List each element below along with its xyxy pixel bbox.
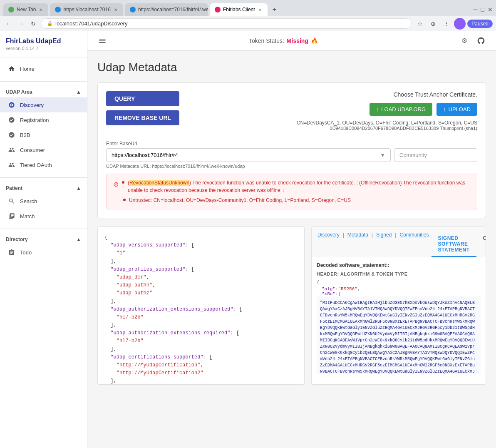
browser-tab-fhirlabs[interactable]: Fhirlabs Client ✕ — [210, 3, 268, 16]
tab-close-2[interactable]: ✕ — [113, 7, 118, 13]
maximize-button[interactable]: □ — [481, 6, 484, 13]
upload-icon: ↑ — [443, 106, 446, 112]
address-bar[interactable]: 🔒 localhost:7041/udapDiscovery — [41, 18, 412, 29]
trust-anchor-row: QUERY REMOVE BASE URL Choose Trust Ancho… — [106, 91, 477, 134]
forward-button[interactable]: → — [16, 19, 26, 29]
browser-tab-fhirr4[interactable]: https://localhost:7016/fhir/r4/.we ✕ — [125, 3, 208, 16]
tab-label-3: https://localhost:7016/fhir/r4/.we — [138, 7, 208, 12]
settings-icon[interactable]: ⋮ — [441, 18, 452, 30]
cert-code-block: "MIIFuDCCA6CgAwIBAgIRAIHjibuZO3E57hBXDsv… — [317, 296, 481, 374]
topbar: Token Status: Missing 🔥 ⚙ — [87, 31, 496, 51]
panel-content: Decoded software_statement:: HEADER: Alg… — [312, 257, 486, 374]
browser-tab-newtab[interactable]: New Tab ✕ — [3, 3, 48, 16]
metadata-url-text: UDAP Metadata URL: https://localhost:701… — [106, 164, 477, 169]
error-box: ⊘ (RevocationStatusUnknown) The revocati… — [106, 174, 477, 209]
discovery-nav-link[interactable]: Discovery — [317, 230, 340, 257]
sidebar-item-todo[interactable]: Todo — [0, 245, 87, 260]
tab-label-newtab: New Tab — [17, 7, 36, 12]
upload-button[interactable]: ↑ UPLOAD — [436, 103, 477, 116]
todo-icon — [7, 248, 16, 256]
github-icon[interactable] — [474, 34, 488, 47]
sidebar-section-udap: UDAP Area ▲ Discovery Registration B2B — [0, 83, 87, 176]
sidebar-item-consumer[interactable]: Consumer — [0, 142, 87, 157]
page-title: Udap Metadata — [97, 61, 486, 74]
sidebar-item-match[interactable]: Match — [0, 209, 87, 224]
directory-section-header[interactable]: Directory ▲ — [0, 234, 87, 245]
load-udap-button[interactable]: ↑ LOAD UDAP.ORG — [370, 103, 432, 116]
cert-thumbprint-value: 0D94189C0094D20670F678D90ABDF8BCE5163309 — [330, 126, 439, 131]
bottom-panels: { "udap_versions_supported": [ "1" ], "u… — [97, 226, 486, 385]
nav-sep-1: | — [342, 230, 345, 257]
tab-label-2: https://localhost:7016 — [63, 7, 110, 12]
directory-collapse-icon: ▲ — [76, 236, 81, 242]
base-url-input[interactable]: https://localhost:7016/fhir/r4 ▼ — [106, 148, 391, 162]
trust-anchor-label: Choose Trust Anchor Certificate. — [297, 91, 477, 98]
settings-gear-icon[interactable]: ⚙ — [458, 34, 471, 47]
sidebar: FhirLabs UdapEd version 0.1.14.7 Home UD… — [0, 31, 87, 448]
main-content: Token Status: Missing 🔥 ⚙ Udap Metadata … — [87, 31, 496, 448]
query-button[interactable]: QUERY — [106, 91, 179, 106]
close-window-button[interactable]: ✕ — [488, 6, 493, 13]
sidebar-item-b2b[interactable]: B2B — [0, 127, 87, 142]
udap-area-collapse-icon: ▲ — [76, 89, 81, 95]
tiered-oauth-icon — [7, 161, 16, 169]
paused-button[interactable]: Paused — [467, 20, 493, 28]
patient-section-header[interactable]: Patient ▲ — [0, 183, 87, 194]
discovery-label: Discovery — [20, 102, 44, 108]
profile-button[interactable] — [454, 18, 466, 30]
extensions-icon[interactable]: ⊕ — [427, 18, 439, 30]
udap-area-header[interactable]: UDAP Area ▲ — [0, 87, 87, 97]
load-udap-label: LOAD UDAP.ORG — [381, 106, 426, 112]
nav-sep-2: | — [371, 230, 374, 257]
sidebar-header: FhirLabs UdapEd version 0.1.14.7 — [0, 31, 87, 58]
sidebar-item-tiered-oauth[interactable]: Tiered OAuth — [0, 157, 87, 172]
query-remove-buttons: QUERY REMOVE BASE URL — [106, 91, 179, 125]
communities-nav-link[interactable]: Communities — [399, 230, 429, 257]
reload-button[interactable]: ↻ — [28, 19, 38, 29]
divider-1 — [0, 81, 87, 82]
tab-certificates[interactable]: CERTIFICATES — [476, 232, 486, 257]
back-button[interactable]: ← — [3, 19, 13, 29]
base-url-row: https://localhost:7016/fhir/r4 ▼ Communi… — [106, 148, 477, 162]
cert-cn-text: CN=DevDaysCA_1, OU=DevDays, O=Fhir Codin… — [297, 120, 477, 126]
directory-label: Directory — [6, 236, 28, 242]
remove-base-url-button[interactable]: REMOVE BASE URL — [106, 110, 179, 125]
tiered-oauth-label: Tiered OAuth — [20, 162, 52, 168]
load-upload-buttons: ↑ LOAD UDAP.ORG ↑ UPLOAD — [297, 103, 477, 116]
community-placeholder: Community — [399, 152, 427, 158]
sidebar-item-discovery[interactable]: Discovery — [0, 97, 87, 112]
error-highlight-text: RevocationStatusUnknown — [129, 180, 189, 186]
patient-label: Patient — [6, 185, 22, 191]
sidebar-item-registration[interactable]: Registration — [0, 112, 87, 127]
error-item-untrusted: Untrusted: CN=localhost, OU=DevDays-Comm… — [113, 197, 470, 204]
page-content: Udap Metadata QUERY REMOVE BASE URL Choo… — [87, 51, 496, 448]
hamburger-button[interactable] — [96, 34, 109, 47]
community-input[interactable]: Community — [394, 148, 477, 162]
flame-emoji: 🔥 — [311, 37, 318, 44]
app-title: FhirLabs UdapEd — [6, 37, 81, 45]
signed-nav-link[interactable]: Signed — [375, 230, 392, 257]
cert-thumbprint-text: 0D94189C0094D20670F678D90ABDF8BCE5163309… — [297, 126, 477, 131]
browser-tab-localhost7016[interactable]: https://localhost:7016 ✕ — [50, 3, 123, 16]
tab-favicon-newtab — [8, 7, 14, 12]
b2b-icon — [7, 131, 16, 139]
metadata-nav-link[interactable]: Metadata — [347, 230, 369, 257]
error-untrusted-text: Untrusted: CN=localhost, OU=DevDays-Comm… — [129, 197, 351, 204]
sidebar-item-home[interactable]: Home — [0, 61, 87, 76]
new-tab-button[interactable]: + — [269, 4, 280, 15]
home-icon — [7, 65, 16, 73]
cert-info: CN=DevDaysCA_1, OU=DevDays, O=Fhir Codin… — [297, 120, 477, 131]
tab-close-newtab[interactable]: ✕ — [38, 7, 43, 13]
browser-titlebar: New Tab ✕ https://localhost:7016 ✕ https… — [0, 0, 496, 16]
minimize-button[interactable]: ─ — [474, 6, 478, 13]
right-panel-nav: Discovery | Metadata | Signed | Communit… — [312, 227, 486, 257]
nav-sep-3: | — [394, 230, 397, 257]
tab-close-4[interactable]: ✕ — [258, 7, 263, 13]
sidebar-item-search[interactable]: Search — [0, 194, 87, 209]
tab-signed-software-statement[interactable]: SIGNED SOFTWARE STATEMENT — [432, 232, 476, 257]
base-url-dropdown-icon[interactable]: ▼ — [380, 152, 385, 158]
token-status: Token Status: Missing 🔥 — [249, 37, 318, 44]
svg-point-2 — [11, 104, 12, 105]
bookmark-icon[interactable]: ☆ — [414, 18, 426, 30]
metadata-card: QUERY REMOVE BASE URL Choose Trust Ancho… — [97, 82, 486, 218]
